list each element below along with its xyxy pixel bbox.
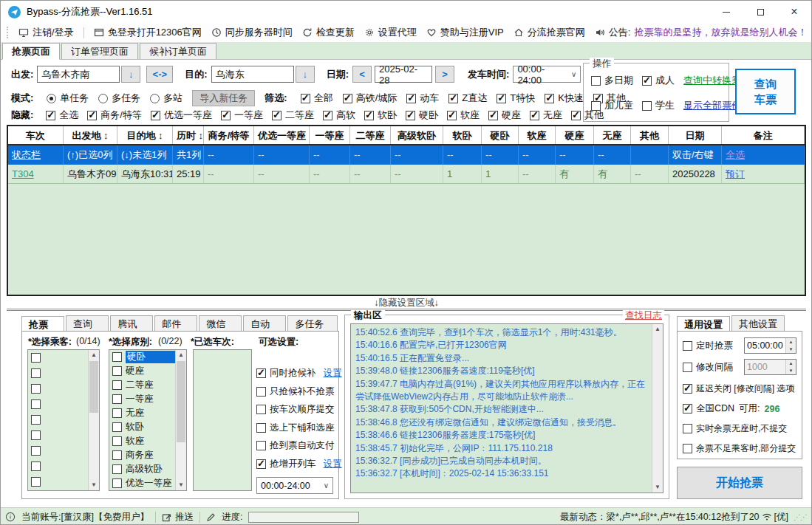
header-cell[interactable]: 硬座: [556, 126, 594, 144]
header-cell[interactable]: 备注: [722, 126, 805, 144]
minimize-button[interactable]: [709, 1, 743, 23]
extra-trains-settings-link[interactable]: 设置: [324, 458, 342, 470]
national-cdn-checkbox[interactable]: 全国CDN: [683, 402, 734, 415]
tab-other-settings[interactable]: 其他设置: [731, 315, 785, 332]
header-cell[interactable]: 一等座: [310, 126, 350, 144]
filter-z-train[interactable]: Z直达: [448, 92, 487, 105]
date-prev-button[interactable]: <: [352, 66, 372, 83]
hide-no-seat[interactable]: 无座: [530, 109, 562, 122]
adult-checkbox[interactable]: 成人: [642, 74, 675, 87]
scroll-up-icon[interactable]: ▲: [652, 324, 663, 334]
radio-multi-task[interactable]: 多任务: [98, 92, 140, 105]
header-cell[interactable]: 硬卧: [482, 126, 519, 144]
official-site-button[interactable]: 分流抢票官网: [514, 26, 585, 39]
swap-stations-button[interactable]: <->: [146, 66, 173, 83]
hide-hard-seat[interactable]: 硬座: [488, 109, 521, 122]
log-output[interactable]: 15:40:52.6 查询完毕，查到1个车次，筛选显示1个，用时:431毫秒。 …: [350, 323, 663, 493]
scroll-down-icon[interactable]: ▼: [176, 480, 186, 490]
date-input[interactable]: 2025-02-28: [375, 66, 432, 83]
filter-d-train[interactable]: 动车: [406, 92, 439, 105]
maximize-button[interactable]: [743, 1, 777, 23]
find-log-link[interactable]: 查找日志: [623, 309, 664, 322]
partial-submit-checkbox[interactable]: 余票不足乘客时,部分提交: [683, 442, 796, 455]
spin-up-icon[interactable]: ▲: [786, 338, 796, 346]
push-button[interactable]: 推送: [162, 511, 194, 524]
tab-order-manage[interactable]: 订单管理页面: [61, 43, 138, 59]
hide-preferred-first[interactable]: 优选一等座: [151, 109, 212, 122]
header-cell[interactable]: 出发地 ↕: [64, 126, 117, 144]
close-button[interactable]: ×: [777, 1, 811, 23]
header-cell[interactable]: 软卧: [443, 126, 482, 144]
tab-multitask-settings[interactable]: 多任务设置: [287, 315, 338, 332]
modify-interval-checkbox[interactable]: 修改间隔: [683, 361, 733, 374]
hide-business[interactable]: 商务/特等: [87, 109, 142, 122]
scroll-up-icon[interactable]: ▲: [89, 350, 99, 360]
radio-multi-station[interactable]: 多站: [150, 92, 182, 105]
header-cell[interactable]: 其他: [631, 126, 669, 144]
waitlist-only-checkbox[interactable]: 只抢候补不抢票: [256, 385, 338, 398]
tab-email-notify[interactable]: 邮件通知: [154, 315, 197, 332]
filter-k-train[interactable]: K快速: [545, 92, 584, 105]
waitlist-settings-link[interactable]: 设置: [324, 367, 342, 380]
date-next-button[interactable]: >: [435, 66, 454, 83]
berth-seat-select-checkbox[interactable]: 选上下铺和选座: [256, 422, 338, 434]
header-cell[interactable]: 软座: [519, 126, 556, 144]
tab-tencent-notify[interactable]: 腾讯通知: [110, 315, 153, 332]
scroll-down-icon[interactable]: ▼: [89, 480, 99, 490]
radio-single-task[interactable]: 单任务: [47, 92, 89, 105]
hide-hard-sleeper[interactable]: 硬卧: [406, 109, 438, 122]
status-bar-link[interactable]: 状态栏: [8, 145, 64, 165]
no-seat-no-submit-checkbox[interactable]: 实时余票无座时,不提交: [683, 422, 787, 435]
hide-soft-sleeper[interactable]: 软卧: [364, 109, 397, 122]
open-12306-button[interactable]: 免登录打开12306官网: [94, 26, 202, 39]
dest-input[interactable]: 乌海东: [211, 66, 294, 83]
table-status-row[interactable]: 状态栏 (↑)已选0列 (↓)未选1列 共1列 -- -- -- -- -- -…: [8, 145, 805, 165]
hide-second-class[interactable]: 二等座: [272, 109, 314, 122]
interval-spinner[interactable]: 1000 ▲▼: [744, 359, 796, 375]
train-number-link[interactable]: T304: [8, 165, 64, 183]
tab-wechat-notify[interactable]: 微信通知: [199, 315, 242, 332]
scroll-down-icon[interactable]: ▼: [652, 482, 663, 493]
header-cell[interactable]: 日期: [669, 126, 722, 144]
spinner-arrows[interactable]: ▲▼: [785, 338, 796, 353]
scrollbar-thumb[interactable]: [89, 361, 98, 413]
delay-close-checkbox[interactable]: 延迟关闭 [修改间隔] 选项: [683, 382, 794, 395]
child-checkbox[interactable]: 加儿童: [591, 99, 633, 112]
import-task-button[interactable]: 导入新任务: [192, 90, 255, 106]
header-cell[interactable]: 车次: [8, 126, 64, 144]
show-all-prices-link[interactable]: 显示全部票价: [683, 99, 741, 112]
header-cell[interactable]: 高级软卧: [391, 126, 443, 144]
student-checkbox[interactable]: 学生: [642, 99, 675, 112]
seat-class-scrollbar[interactable]: ▲ ▼: [175, 350, 186, 490]
tab-general-settings[interactable]: 通用设置: [677, 316, 730, 332]
start-grabbing-button[interactable]: 开始抢票: [677, 467, 802, 499]
grab-waitlist-checkbox[interactable]: 同时抢候补设置: [256, 367, 338, 380]
query-tickets-button[interactable]: 查询 车票: [735, 69, 796, 114]
check-update-button[interactable]: 检查更新: [302, 26, 355, 39]
scroll-up-icon[interactable]: ▲: [176, 350, 186, 360]
sponsor-vip-button[interactable]: 赞助与注册VIP: [426, 26, 504, 39]
time-range-select[interactable]: 00:00-24:00 ∨: [256, 477, 333, 494]
tab-grab-ticket[interactable]: 抢票页面: [2, 43, 60, 60]
filter-t-train[interactable]: T特快: [497, 92, 535, 105]
log-scrollbar[interactable]: ▲ ▼: [652, 324, 663, 493]
table-train-row[interactable]: T304 乌鲁木齐09:12 乌海东10:31 25:19 -- -- -- -…: [8, 165, 805, 184]
spinner-arrows[interactable]: ▲▼: [785, 360, 796, 374]
transfer-search-link[interactable]: 查询中转换乘: [683, 74, 741, 87]
timed-grab-checkbox[interactable]: 定时抢票: [683, 340, 733, 352]
filter-highspeed[interactable]: 高铁/城际: [343, 92, 398, 105]
header-cell[interactable]: 二等座: [350, 126, 391, 144]
logout-login-button[interactable]: 注销/登录: [18, 26, 74, 39]
header-cell[interactable]: 历时 ↕: [173, 126, 204, 144]
hide-premium-soft[interactable]: 高软: [323, 109, 355, 122]
timed-grab-spinner[interactable]: 05:00:00 ▲▼: [744, 337, 796, 354]
grab-extra-trains-checkbox[interactable]: 抢增开列车设置: [256, 458, 338, 470]
auto-pay-checkbox[interactable]: 抢到票自动支付: [256, 439, 338, 452]
depart-time-select[interactable]: 00:00-24:00 ∨: [513, 66, 581, 83]
submit-by-order-checkbox[interactable]: 按车次顺序提交: [256, 403, 338, 416]
multi-date-checkbox[interactable]: 多日期: [591, 74, 633, 87]
spin-up-icon[interactable]: ▲: [786, 360, 796, 367]
tab-grab-settings[interactable]: 抢票设置: [21, 316, 64, 332]
header-cell[interactable]: 优选一等座: [254, 126, 310, 144]
spin-down-icon[interactable]: ▼: [786, 346, 796, 353]
